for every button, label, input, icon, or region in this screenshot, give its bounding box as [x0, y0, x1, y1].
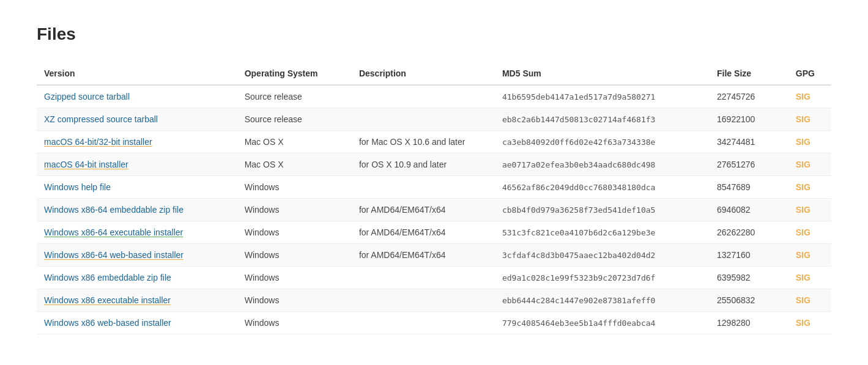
- size-cell: 8547689: [710, 176, 788, 199]
- table-row: Windows x86 embeddable zip fileWindowsed…: [37, 267, 831, 289]
- description-cell: for OS X 10.9 and later: [352, 153, 495, 176]
- gpg-cell[interactable]: SIG: [788, 221, 831, 244]
- os-cell: Windows: [237, 312, 352, 334]
- description-cell: [352, 312, 495, 334]
- md5-cell: 3cfdaf4c8d3b0475aaec12ba402d04d2: [495, 244, 710, 267]
- os-cell: Windows: [237, 244, 352, 267]
- sig-link[interactable]: SIG: [796, 227, 811, 237]
- sig-link[interactable]: SIG: [796, 182, 811, 192]
- md5-cell: ed9a1c028c1e99f5323b9c20723d7d6f: [495, 267, 710, 289]
- os-cell: Mac OS X: [237, 153, 352, 176]
- sig-link[interactable]: SIG: [796, 137, 811, 147]
- os-cell: Windows: [237, 199, 352, 221]
- description-cell: for AMD64/EM64T/x64: [352, 221, 495, 244]
- table-row: macOS 64-bit installerMac OS Xfor OS X 1…: [37, 153, 831, 176]
- gpg-cell[interactable]: SIG: [788, 244, 831, 267]
- gpg-cell[interactable]: SIG: [788, 176, 831, 199]
- md5-cell: eb8c2a6b1447d50813c02714af4681f3: [495, 108, 710, 131]
- size-cell: 16922100: [710, 108, 788, 131]
- table-header-row: Version Operating System Description MD5…: [37, 62, 831, 85]
- size-cell: 22745726: [710, 85, 788, 108]
- header-size: File Size: [710, 62, 788, 85]
- sig-link[interactable]: SIG: [796, 250, 811, 260]
- version-link[interactable]: Windows x86-64 executable installer: [44, 227, 183, 237]
- header-md5: MD5 Sum: [495, 62, 710, 85]
- size-cell: 27651276: [710, 153, 788, 176]
- os-cell: Windows: [237, 221, 352, 244]
- sig-link[interactable]: SIG: [796, 205, 811, 215]
- gpg-cell[interactable]: SIG: [788, 108, 831, 131]
- version-link[interactable]: Windows x86 executable installer: [44, 295, 171, 305]
- table-row: Windows x86 web-based installerWindows77…: [37, 312, 831, 334]
- md5-cell: 41b6595deb4147a1ed517a7d9a580271: [495, 85, 710, 108]
- sig-link[interactable]: SIG: [796, 273, 811, 282]
- sig-link[interactable]: SIG: [796, 114, 811, 124]
- size-cell: 26262280: [710, 221, 788, 244]
- version-link[interactable]: Windows x86-64 embeddable zip file: [44, 205, 184, 215]
- files-table: Version Operating System Description MD5…: [37, 62, 831, 334]
- size-cell: 6946082: [710, 199, 788, 221]
- size-cell: 1327160: [710, 244, 788, 267]
- description-cell: [352, 289, 495, 312]
- version-link[interactable]: Windows x86 embeddable zip file: [44, 273, 171, 282]
- md5-cell: ebb6444c284c1447e902e87381afeff0: [495, 289, 710, 312]
- version-link[interactable]: Windows help file: [44, 182, 111, 192]
- header-os: Operating System: [237, 62, 352, 85]
- md5-cell: 779c4085464eb3ee5b1a4fffd0eabca4: [495, 312, 710, 334]
- description-cell: [352, 267, 495, 289]
- table-row: XZ compressed source tarballSource relea…: [37, 108, 831, 131]
- size-cell: 25506832: [710, 289, 788, 312]
- gpg-cell[interactable]: SIG: [788, 289, 831, 312]
- size-cell: 6395982: [710, 267, 788, 289]
- gpg-cell[interactable]: SIG: [788, 267, 831, 289]
- os-cell: Windows: [237, 267, 352, 289]
- sig-link[interactable]: SIG: [796, 318, 811, 328]
- version-link[interactable]: XZ compressed source tarball: [44, 114, 158, 124]
- table-row: Windows x86 executable installerWindowse…: [37, 289, 831, 312]
- gpg-cell[interactable]: SIG: [788, 131, 831, 153]
- os-cell: Windows: [237, 176, 352, 199]
- gpg-cell[interactable]: SIG: [788, 153, 831, 176]
- os-cell: Mac OS X: [237, 131, 352, 153]
- version-link[interactable]: Windows x86 web-based installer: [44, 318, 171, 328]
- table-row: Windows x86-64 executable installerWindo…: [37, 221, 831, 244]
- description-cell: for AMD64/EM64T/x64: [352, 244, 495, 267]
- sig-link[interactable]: SIG: [796, 92, 811, 101]
- header-description: Description: [352, 62, 495, 85]
- md5-cell: ae0717a02efea3b0eb34aadc680dc498: [495, 153, 710, 176]
- os-cell: Windows: [237, 289, 352, 312]
- sig-link[interactable]: SIG: [796, 295, 811, 305]
- gpg-cell[interactable]: SIG: [788, 312, 831, 334]
- os-cell: Source release: [237, 85, 352, 108]
- md5-cell: 531c3fc821ce0a4107b6d2c6a129be3e: [495, 221, 710, 244]
- table-row: Gzipped source tarballSource release41b6…: [37, 85, 831, 108]
- md5-cell: ca3eb84092d0ff6d02e42f63a734338e: [495, 131, 710, 153]
- table-row: Windows x86-64 web-based installerWindow…: [37, 244, 831, 267]
- description-cell: [352, 85, 495, 108]
- version-link[interactable]: macOS 64-bit installer: [44, 160, 128, 169]
- page-title: Files: [37, 24, 831, 44]
- sig-link[interactable]: SIG: [796, 160, 811, 169]
- version-link[interactable]: Windows x86-64 web-based installer: [44, 250, 184, 260]
- size-cell: 34274481: [710, 131, 788, 153]
- md5-cell: cb8b4f0d979a36258f73ed541def10a5: [495, 199, 710, 221]
- os-cell: Source release: [237, 108, 352, 131]
- header-version: Version: [37, 62, 237, 85]
- description-cell: for AMD64/EM64T/x64: [352, 199, 495, 221]
- md5-cell: 46562af86c2049dd0cc7680348180dca: [495, 176, 710, 199]
- header-gpg: GPG: [788, 62, 831, 85]
- table-row: macOS 64-bit/32-bit installerMac OS Xfor…: [37, 131, 831, 153]
- description-cell: for Mac OS X 10.6 and later: [352, 131, 495, 153]
- gpg-cell[interactable]: SIG: [788, 199, 831, 221]
- description-cell: [352, 108, 495, 131]
- table-row: Windows x86-64 embeddable zip fileWindow…: [37, 199, 831, 221]
- size-cell: 1298280: [710, 312, 788, 334]
- version-link[interactable]: Gzipped source tarball: [44, 92, 130, 101]
- version-link[interactable]: macOS 64-bit/32-bit installer: [44, 137, 152, 147]
- table-row: Windows help fileWindows46562af86c2049dd…: [37, 176, 831, 199]
- description-cell: [352, 176, 495, 199]
- gpg-cell[interactable]: SIG: [788, 85, 831, 108]
